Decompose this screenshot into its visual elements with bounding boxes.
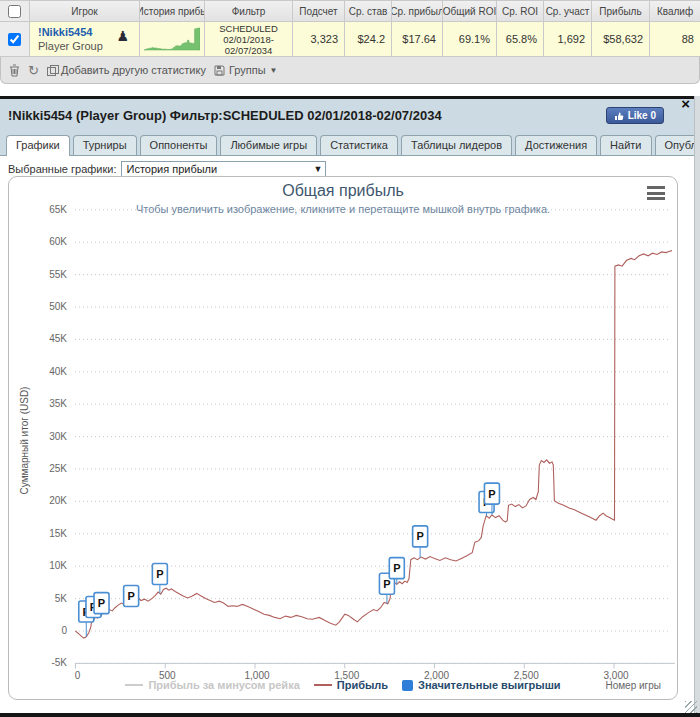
chart-title: Общая прибыль	[9, 182, 677, 200]
graph-select[interactable]: История прибыли ▼	[121, 161, 326, 178]
legend-item[interactable]: Прибыль за минусом рейка	[125, 679, 299, 691]
col-qualify: Квалиф	[650, 0, 700, 22]
svg-text:30K: 30K	[49, 431, 67, 442]
refresh-button[interactable]: ↻	[28, 63, 39, 78]
scrollbar-track[interactable]	[694, 96, 700, 713]
legend-item[interactable]: Прибыль	[314, 679, 388, 691]
profit-value: $58,632	[592, 22, 650, 57]
count-value: 3,323	[293, 22, 345, 57]
chart-menu-icon[interactable]	[647, 186, 665, 200]
tab-Таблицы лидеров[interactable]: Таблицы лидеров	[401, 135, 512, 155]
col-filter: Фильтр	[205, 0, 293, 22]
avg-entrants-value: 1,692	[544, 22, 592, 57]
svg-text:15K: 15K	[49, 528, 67, 539]
svg-text:40K: 40K	[49, 366, 67, 377]
y-axis-title: Суммарный итог (USD)	[19, 386, 30, 496]
groups-button[interactable]: Группы ▼	[214, 64, 278, 76]
chart-panel[interactable]: Общая прибыль Чтобы увеличить изображени…	[8, 176, 678, 700]
resize-handle-icon[interactable]	[685, 701, 697, 713]
tab-Найти[interactable]: Найти	[600, 135, 651, 155]
col-avg-roi: Ср. ROI	[497, 0, 544, 22]
legend-label: Прибыль за минусом рейка	[148, 679, 299, 691]
stats-table-header: Игрок История прибы Фильтр Подсчет Ср. с…	[0, 0, 700, 22]
svg-text:35K: 35K	[49, 398, 67, 409]
svg-text:45K: 45K	[49, 333, 67, 344]
col-player: Игрок	[30, 0, 140, 22]
svg-text:20K: 20K	[49, 495, 67, 506]
tab-Достижения[interactable]: Достижения	[515, 135, 597, 155]
tab-Турниры[interactable]: Турниры	[73, 135, 137, 155]
filter-cell: SCHEDULED 02/01/2018- 02/07/2034	[205, 22, 293, 57]
tab-Оппоненты[interactable]: Оппоненты	[140, 135, 218, 155]
stats-table: Игрок История прибы Фильтр Подсчет Ср. с…	[0, 0, 700, 84]
delete-button[interactable]	[9, 64, 20, 77]
select-all-cell	[0, 0, 30, 22]
legend-label: Значительные выигрыши	[418, 679, 561, 691]
col-count: Подсчет	[293, 0, 345, 22]
graph-select-value: История прибыли	[126, 163, 217, 175]
significant-win-marker[interactable]: P	[484, 483, 499, 504]
svg-text:10K: 10K	[49, 560, 67, 571]
row-select-cell	[0, 22, 30, 57]
svg-text:P: P	[127, 590, 134, 602]
svg-text:50K: 50K	[49, 301, 67, 312]
popup-tabs: ГрафикиТурнирыОппонентыЛюбимые игрыСтати…	[0, 132, 694, 155]
graph-select-label: Выбранные графики:	[8, 163, 116, 175]
col-avg-stake: Ср. став	[345, 0, 392, 22]
qualify-value: 88	[650, 22, 700, 57]
col-avg-entrants: Ср. участ	[544, 0, 592, 22]
col-avg-profit: Ср. прибыл	[392, 0, 443, 22]
svg-text:0: 0	[61, 625, 67, 636]
legend-label: Прибыль	[337, 679, 388, 691]
svg-text:55K: 55K	[49, 269, 67, 280]
select-all-checkbox[interactable]	[8, 5, 21, 18]
chart-subtitle: Чтобы увеличить изображение, кликните и …	[9, 203, 677, 215]
popup-title: !Nikki5454 (Player Group) Фильтр:SCHEDUL…	[8, 108, 606, 123]
avg-profit-value: $17.64	[392, 22, 443, 57]
significant-win-marker[interactable]: P	[389, 558, 404, 579]
add-statistic-label: Добавить другую статистику	[61, 64, 206, 76]
sparkline-cell[interactable]	[140, 22, 205, 57]
close-icon[interactable]: ×	[681, 97, 690, 111]
filter-line: 02/07/2034	[225, 45, 273, 56]
profit-chart[interactable]: -5K05K10K15K20K25K30K35K40K45K50K55K60K6…	[9, 177, 677, 699]
profit-sparkline	[144, 27, 200, 51]
thumbs-up-icon	[614, 111, 624, 121]
avg-stake-value: $24.2	[345, 22, 392, 57]
col-profit: Прибыль	[592, 0, 650, 22]
player-name-link[interactable]: !Nikki5454	[38, 26, 92, 38]
significant-win-marker[interactable]: P	[152, 563, 167, 584]
svg-text:25K: 25K	[49, 463, 67, 474]
filter-line: 02/01/2018-	[223, 34, 274, 45]
player-cell[interactable]: !Nikki5454 Player Group ♟	[30, 22, 140, 57]
chart-legend: Прибыль за минусом рейкаПрибыльЗначитель…	[9, 679, 677, 691]
table-toolbar: ↻ Добавить другую статистику Группы ▼	[0, 57, 700, 84]
add-statistic-button[interactable]: Добавить другую статистику	[47, 64, 206, 76]
significant-win-marker[interactable]: P	[413, 526, 428, 547]
page-bottom-edge	[0, 713, 700, 717]
save-icon	[214, 65, 225, 76]
col-profit-history: История прибы	[140, 0, 205, 22]
svg-text:P: P	[488, 488, 495, 500]
tab-Любимые игры[interactable]: Любимые игры	[220, 135, 317, 155]
tab-Статистика[interactable]: Статистика	[320, 135, 398, 155]
sharkscope-page: Игрок История прибы Фильтр Подсчет Ср. с…	[0, 0, 700, 717]
significant-win-marker[interactable]: P	[124, 586, 139, 607]
col-total-roi: Общий ROI	[443, 0, 497, 22]
table-row: !Nikki5454 Player Group ♟ SCHEDULED 02/0…	[0, 22, 700, 57]
facebook-like-button[interactable]: Like 0	[606, 107, 664, 124]
legend-item[interactable]: Значительные выигрыши	[402, 679, 561, 691]
groups-label: Группы	[229, 64, 266, 76]
svg-text:P: P	[156, 568, 163, 580]
like-count-label: Like 0	[628, 110, 656, 121]
trash-icon	[9, 64, 20, 77]
legend-marker-swatch	[402, 680, 413, 691]
refresh-icon: ↻	[28, 63, 39, 78]
svg-text:5K: 5K	[55, 593, 68, 604]
row-checkbox[interactable]	[8, 33, 21, 46]
svg-text:P: P	[98, 597, 105, 609]
tab-Графики[interactable]: Графики	[6, 135, 70, 156]
significant-win-marker[interactable]: P	[94, 593, 109, 614]
svg-text:-5K: -5K	[51, 657, 67, 668]
player-group-icon: ♟	[116, 28, 129, 44]
